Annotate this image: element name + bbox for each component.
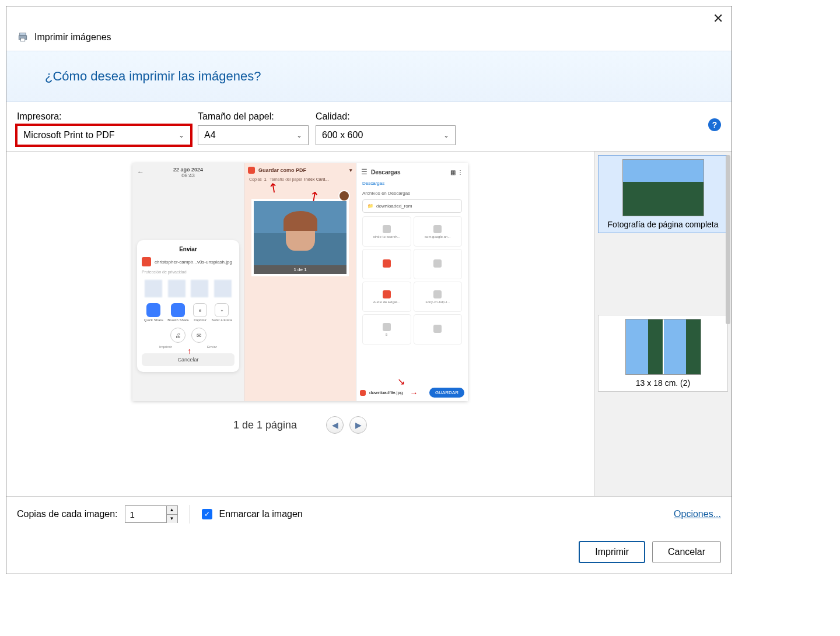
dialog-title: Imprimir imágenes — [34, 32, 111, 43]
share-privacy: Protección de privacidad — [142, 270, 235, 274]
quality-value: 600 x 600 — [322, 130, 363, 140]
red-arrow-icon: ↗ — [264, 180, 282, 197]
copies-input[interactable] — [125, 506, 166, 522]
mid-top-label: Guardar como PDF — [258, 167, 306, 173]
footer-options: Copias de cada imagen: ▲ ▼ ✓ Enmarcar la… — [6, 496, 732, 532]
svg-rect-0 — [20, 33, 26, 36]
body-area: ← 22 ago 2024 06:43 Enviar christopher-c… — [6, 152, 732, 496]
question-text: ¿Cómo desea imprimir las imágenes? — [45, 69, 721, 84]
circle-badge-icon — [338, 190, 350, 202]
folder-row: 📁 downloaded_rom — [362, 199, 462, 213]
help-icon[interactable]: ? — [708, 118, 721, 131]
page-indicator-row: 1 de 1 página ◀ ▶ — [233, 416, 367, 434]
scrollbar[interactable] — [726, 155, 730, 324]
print-dialog: ✕ Imprimir imágenes ¿Cómo desea imprimir… — [6, 6, 732, 574]
layout-option-13x18[interactable]: 13 x 18 cm. (2) — [598, 315, 728, 392]
printer-group: Impresora: Microsoft Print to PDF ⌄ — [17, 111, 191, 145]
copies-label: Copias de cada imagen: — [17, 509, 118, 519]
chevron-down-icon: ⌄ — [443, 131, 449, 139]
paper-value: A4 — [204, 130, 216, 140]
paper-group: Tamaño del papel: A4 ⌄ — [198, 111, 309, 145]
printer-label: Impresora: — [17, 111, 191, 122]
r-title: Descargas — [371, 169, 401, 175]
photo-caption: 1 de 1 — [254, 265, 346, 274]
layout-thumb — [622, 159, 704, 216]
frame-label: Enmarcar la imagen — [219, 509, 303, 519]
close-icon[interactable]: ✕ — [713, 12, 723, 25]
hamburger-icon: ☰ — [361, 168, 368, 176]
spinner-down-button[interactable]: ▼ — [167, 515, 177, 523]
print-button[interactable]: Imprimir — [579, 541, 645, 563]
preview-panel-left: ← 22 ago 2024 06:43 Enviar christopher-c… — [132, 163, 244, 401]
save-pill: GUARDAR — [429, 388, 464, 398]
paper-select[interactable]: A4 ⌄ — [198, 125, 309, 145]
chevron-down-icon: ⌄ — [178, 131, 184, 139]
spinner-up-button[interactable]: ▲ — [167, 506, 177, 515]
svg-rect-2 — [20, 38, 25, 41]
r-section: Archivos en Descargas — [362, 191, 462, 196]
page-indicator: 1 de 1 página — [233, 419, 297, 431]
pdf-badge-icon — [142, 257, 151, 266]
copies-spinner[interactable]: ▲ ▼ — [125, 505, 178, 523]
printer-select[interactable]: Microsoft Print to PDF ⌄ — [17, 125, 191, 145]
options-link[interactable]: Opciones... — [674, 509, 721, 519]
preview-col: ← 22 ago 2024 06:43 Enviar christopher-c… — [6, 152, 594, 496]
r-link: Descargas — [356, 181, 468, 186]
share-filename: christopher-campb...v0s-unsplash.jpg — [155, 259, 232, 265]
dialog-header: Imprimir imágenes — [6, 27, 732, 51]
printer-value: Microsoft Print to PDF — [23, 130, 114, 140]
next-page-button[interactable]: ▶ — [349, 416, 367, 434]
share-card: Enviar christopher-campb...v0s-unsplash.… — [137, 240, 239, 372]
footer-buttons: Imprimir Cancelar — [6, 532, 732, 574]
layout-option-full[interactable]: Fotografía de página completa — [598, 155, 728, 233]
red-arrow-icon: ↑ — [187, 346, 191, 356]
red-arrow-icon: ↘ — [397, 376, 405, 387]
layouts-panel: Fotografía de página completa 13 x 18 cm… — [594, 152, 732, 496]
quality-group: Calidad: 600 x 600 ⌄ — [316, 111, 456, 145]
preview-date: 22 ago 2024 — [132, 167, 244, 173]
preview-panel-mid: Guardar como PDF▾ Copias 1 Tamaño del pa… — [244, 163, 356, 401]
preview-panel-right: ☰Descargas▦ ⋮ Descargas Archivos en Desc… — [356, 163, 468, 401]
share-title: Enviar — [142, 246, 235, 252]
cancel-button[interactable]: Cancelar — [652, 541, 721, 563]
quality-select[interactable]: 600 x 600 ⌄ — [316, 125, 456, 145]
layout-thumb — [625, 319, 701, 375]
paper-label: Tamaño del papel: — [198, 111, 309, 122]
titlebar: ✕ — [6, 6, 732, 27]
question-bar: ¿Cómo desea imprimir las imágenes? — [6, 51, 732, 102]
frame-checkbox[interactable]: ✓ — [202, 509, 212, 519]
chevron-down-icon: ⌄ — [296, 131, 302, 139]
printer-icon — [17, 32, 29, 43]
layout-label: Fotografía de página completa — [601, 220, 725, 229]
preview-sheet: ← 22 ago 2024 06:43 Enviar christopher-c… — [132, 163, 468, 401]
layout-label: 13 x 18 cm. (2) — [601, 378, 725, 388]
back-arrow-icon: ← — [137, 168, 144, 176]
prev-page-button[interactable]: ◀ — [326, 416, 344, 434]
preview-time: 06:43 — [132, 173, 244, 178]
quality-label: Calidad: — [316, 111, 456, 122]
settings-row: Impresora: Microsoft Print to PDF ⌄ Tama… — [6, 102, 732, 152]
